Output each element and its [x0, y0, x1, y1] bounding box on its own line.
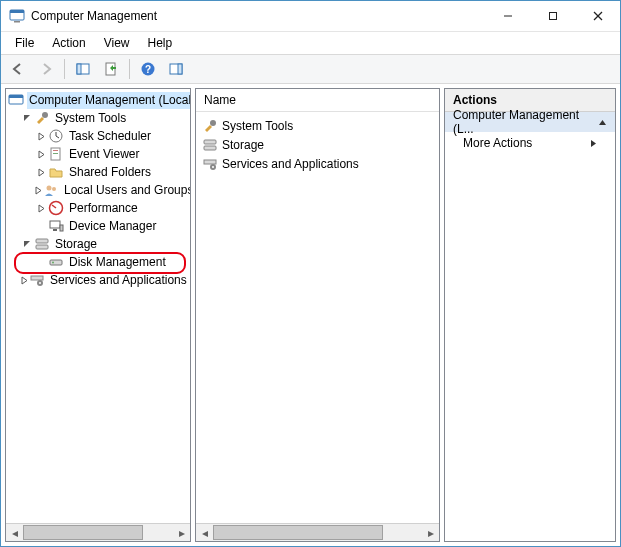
client-area: Computer Management (Local) System Tools…	[1, 84, 620, 546]
storage-icon	[202, 137, 218, 153]
tree-event-viewer[interactable]: Event Viewer	[6, 145, 190, 163]
expand-icon[interactable]	[20, 276, 29, 285]
label: More Actions	[463, 136, 532, 150]
svg-rect-31	[31, 276, 43, 280]
tree-root[interactable]: Computer Management (Local)	[6, 91, 190, 109]
actions-more[interactable]: More Actions	[445, 132, 615, 154]
svg-rect-4	[549, 13, 556, 20]
expand-icon[interactable]	[34, 168, 48, 177]
menubar: File Action View Help	[1, 32, 620, 54]
tree-services-apps[interactable]: Services and Applications	[6, 271, 190, 289]
tree-shared-folders[interactable]: Shared Folders	[6, 163, 190, 181]
menu-view[interactable]: View	[96, 34, 138, 52]
label: System Tools	[55, 111, 126, 125]
svg-point-33	[39, 282, 41, 284]
menu-help[interactable]: Help	[140, 34, 181, 52]
list-item-storage[interactable]: Storage	[202, 136, 433, 154]
label: Performance	[69, 201, 138, 215]
help-button[interactable]: ?	[135, 56, 161, 82]
tree-performance[interactable]: Performance	[6, 199, 190, 217]
window-frame: Computer Management File Action View Hel…	[0, 0, 621, 547]
svg-rect-8	[77, 64, 81, 74]
svg-text:?: ?	[145, 64, 151, 75]
maximize-button[interactable]	[530, 2, 575, 31]
expand-icon[interactable]	[34, 132, 48, 141]
menu-file[interactable]: File	[7, 34, 42, 52]
result-list[interactable]: System Tools Storage Services and Applic…	[196, 112, 439, 178]
tree-local-users[interactable]: Local Users and Groups	[6, 181, 190, 199]
expand-icon[interactable]	[34, 186, 43, 195]
tree-scrollbar[interactable]: ◂ ▸	[6, 523, 190, 541]
local-users-icon	[43, 182, 59, 198]
tree-device-manager[interactable]: Device Manager	[6, 217, 190, 235]
tree-storage[interactable]: Storage	[6, 235, 190, 253]
svg-rect-19	[53, 150, 58, 151]
tree-root-label: Computer Management (Local)	[29, 93, 190, 107]
svg-rect-27	[36, 239, 48, 243]
window-title: Computer Management	[31, 9, 157, 23]
task-scheduler-icon	[48, 128, 64, 144]
column-header-name[interactable]: Name	[196, 89, 439, 112]
system-tools-icon	[202, 118, 218, 134]
label: Services and Applications	[50, 273, 187, 287]
svg-rect-24	[50, 221, 60, 228]
close-button[interactable]	[575, 2, 620, 31]
storage-icon	[34, 236, 50, 252]
result-scrollbar[interactable]: ◂ ▸	[196, 523, 439, 541]
titlebar: Computer Management	[1, 1, 620, 32]
actions-section[interactable]: Computer Management (L...	[445, 112, 615, 132]
show-hide-tree-button[interactable]	[70, 56, 96, 82]
svg-rect-26	[60, 225, 63, 231]
svg-rect-1	[10, 10, 24, 13]
svg-rect-35	[204, 140, 216, 144]
computer-management-icon	[8, 92, 24, 108]
svg-rect-25	[53, 229, 57, 231]
export-button[interactable]	[98, 56, 124, 82]
svg-rect-37	[204, 160, 216, 164]
tree-task-scheduler[interactable]: Task Scheduler	[6, 127, 190, 145]
label: Local Users and Groups	[64, 183, 190, 197]
expand-icon[interactable]	[34, 204, 48, 213]
scrollbar-thumb[interactable]	[213, 525, 383, 540]
svg-rect-29	[50, 260, 62, 265]
tree-pane: Computer Management (Local) System Tools…	[5, 88, 191, 542]
collapse-icon[interactable]	[20, 240, 34, 249]
svg-point-30	[52, 262, 54, 264]
forward-button[interactable]	[33, 56, 59, 82]
label: System Tools	[222, 119, 293, 133]
actions-pane: Actions Computer Management (L... More A…	[444, 88, 616, 542]
device-manager-icon	[48, 218, 64, 234]
svg-rect-13	[178, 64, 182, 74]
collapse-icon[interactable]	[20, 114, 34, 123]
svg-point-22	[52, 187, 56, 191]
svg-rect-36	[204, 146, 216, 150]
tree-system-tools[interactable]: System Tools	[6, 109, 190, 127]
svg-rect-28	[36, 245, 48, 249]
result-pane: Name System Tools Storage Services and A…	[195, 88, 440, 542]
scroll-right-icon[interactable]: ▸	[173, 524, 190, 541]
label: Storage	[222, 138, 264, 152]
scroll-left-icon[interactable]: ◂	[196, 524, 213, 541]
show-hide-action-pane-button[interactable]	[163, 56, 189, 82]
menu-action[interactable]: Action	[44, 34, 93, 52]
collapse-icon[interactable]	[598, 118, 607, 127]
svg-point-21	[47, 186, 52, 191]
list-item-system-tools[interactable]: System Tools	[202, 117, 433, 135]
minimize-button[interactable]	[485, 2, 530, 31]
svg-rect-15	[9, 95, 23, 98]
expand-icon[interactable]	[34, 150, 48, 159]
console-tree[interactable]: Computer Management (Local) System Tools…	[6, 89, 190, 291]
svg-rect-20	[53, 153, 58, 154]
tree-disk-management[interactable]: Disk Management	[6, 253, 190, 271]
label: Services and Applications	[222, 157, 359, 171]
submenu-arrow-icon	[590, 139, 597, 148]
list-item-services-apps[interactable]: Services and Applications	[202, 155, 433, 173]
scrollbar-thumb[interactable]	[23, 525, 143, 540]
label: Event Viewer	[69, 147, 139, 161]
back-button[interactable]	[5, 56, 31, 82]
services-apps-icon	[202, 156, 218, 172]
svg-point-39	[212, 166, 214, 168]
app-icon	[9, 8, 25, 24]
scroll-left-icon[interactable]: ◂	[6, 524, 23, 541]
scroll-right-icon[interactable]: ▸	[422, 524, 439, 541]
